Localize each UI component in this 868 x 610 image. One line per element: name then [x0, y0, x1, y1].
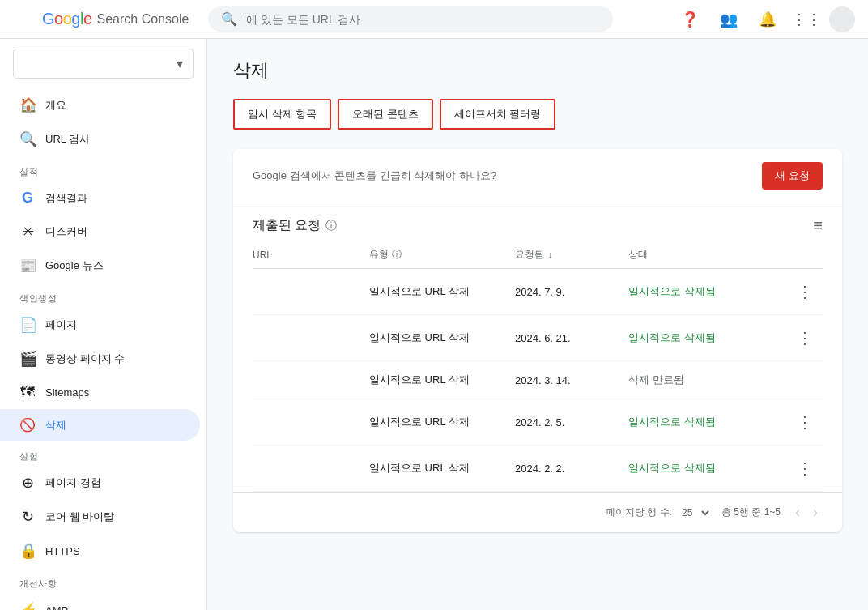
sidebar-item-label: 디스커버: [45, 224, 87, 239]
tab-outdated-content[interactable]: 오래된 콘텐츠: [338, 99, 433, 130]
pagination: 페이지당 행 수: 25 50 100 총 5행 중 1~5 ‹ ›: [233, 492, 842, 532]
cell-actions: ⋮: [790, 280, 823, 303]
top-header: Google Search Console 🔍 ❓ 👥 🔔 ⋮⋮: [0, 0, 868, 39]
cell-type: 일시적으로 URL 삭제: [369, 373, 515, 387]
console-text: Search Console: [97, 12, 189, 27]
sidebar-item-google-news[interactable]: 📰 Google 뉴스: [0, 249, 200, 283]
sidebar-item-label: HTTPS: [45, 545, 80, 557]
sidebar: ▾ 🏠 개요 🔍 URL 검사 실적 G 검색결과 ✳ 디스커버 📰 Googl…: [0, 39, 207, 610]
section-label-enhancements: 개선사항: [0, 568, 206, 593]
page-info: 총 5행 중 1~5: [721, 505, 781, 519]
sidebar-item-label: Sitemaps: [45, 386, 89, 399]
google-g-icon: G: [19, 190, 36, 207]
help-button[interactable]: ❓: [674, 3, 706, 36]
sidebar-item-amp[interactable]: ⚡ AMP: [0, 593, 200, 610]
col-header-actions: [790, 248, 823, 262]
next-page-button[interactable]: ›: [808, 502, 823, 523]
cell-status: 일시적으로 삭제됨: [628, 331, 790, 345]
more-actions-button[interactable]: ⋮: [790, 326, 819, 349]
filter-icon[interactable]: ≡: [813, 216, 823, 235]
tab-temp-removals[interactable]: 임시 삭제 항목: [233, 99, 331, 130]
sidebar-item-discover[interactable]: ✳ 디스커버: [0, 215, 200, 249]
logo-area: Google Search Console: [42, 10, 189, 28]
info-icon[interactable]: ⓘ: [326, 219, 337, 233]
cell-type: 일시적으로 URL 삭제: [369, 461, 515, 476]
news-icon: 📰: [19, 257, 36, 275]
col-header-url: URL: [253, 248, 369, 262]
lock-icon: 🔒: [19, 542, 36, 560]
cell-requested: 2024. 6. 21.: [515, 332, 628, 344]
cell-type: 일시적으로 URL 삭제: [369, 284, 515, 299]
content-card: Google 검색에서 콘텐츠를 긴급히 삭제해야 하나요? 새 요청 제출된 …: [233, 149, 842, 532]
cell-status: 삭제 만료됨: [628, 373, 790, 387]
col-header-status: 상태: [628, 248, 790, 262]
cell-status: 일시적으로 삭제됨: [628, 461, 790, 476]
table-row: 일시적으로 URL 삭제 2024. 2. 5. 일시적으로 삭제됨 ⋮: [253, 399, 823, 446]
card-top-text: Google 검색에서 콘텐츠를 긴급히 삭제해야 하나요?: [253, 168, 496, 183]
cell-requested: 2024. 3. 14.: [515, 374, 628, 386]
sidebar-item-sitemaps[interactable]: 🗺 Sitemaps: [0, 376, 200, 409]
sidebar-item-video-pages[interactable]: 🎬 동영상 페이지 수: [0, 342, 200, 376]
sidebar-item-url-inspect[interactable]: 🔍 URL 검사: [0, 122, 200, 156]
sidebar-item-label: 코어 웹 바이탈: [45, 510, 114, 524]
submitted-title: 제출된 요청 ⓘ: [253, 217, 337, 234]
table-container: URL 유형 ⓘ 요청됨 ↓ 상태: [233, 241, 842, 492]
cell-type: 일시적으로 URL 삭제: [369, 331, 515, 345]
sidebar-item-label: Google 뉴스: [45, 258, 104, 273]
sidebar-item-pages[interactable]: 📄 페이지: [0, 308, 200, 342]
sitemap-icon: 🗺: [19, 384, 36, 401]
menu-button[interactable]: [13, 10, 32, 29]
cell-status: 일시적으로 삭제됨: [628, 284, 790, 299]
col-type-info-icon[interactable]: ⓘ: [392, 248, 402, 262]
rows-per-page: 페이지당 행 수: 25 50 100: [606, 505, 712, 519]
sidebar-item-label: 개요: [45, 98, 66, 113]
submitted-header: 제출된 요청 ⓘ ≡: [233, 203, 842, 241]
amp-icon: ⚡: [19, 601, 36, 610]
rows-per-page-select[interactable]: 25 50 100: [679, 506, 712, 519]
new-request-button[interactable]: 새 요청: [762, 162, 823, 190]
cell-requested: 2024. 7. 9.: [515, 286, 628, 298]
col-type-label: 유형: [369, 248, 389, 262]
cell-type: 일시적으로 URL 삭제: [369, 415, 515, 429]
cell-actions: ⋮: [790, 326, 823, 349]
apps-button[interactable]: ⋮⋮: [790, 3, 823, 36]
cell-actions: ⋮: [790, 457, 823, 480]
layout: ▾ 🏠 개요 🔍 URL 검사 실적 G 검색결과 ✳ 디스커버 📰 Googl…: [0, 39, 868, 610]
experience-icon: ⊕: [19, 474, 36, 492]
header-actions: ❓ 👥 🔔 ⋮⋮: [674, 3, 855, 36]
col-requested-label: 요청됨: [515, 248, 544, 262]
cell-actions: ⋮: [790, 411, 823, 433]
avatar[interactable]: [829, 6, 855, 32]
removals-icon: 🚫: [19, 417, 36, 433]
page-icon: 📄: [19, 316, 36, 334]
chevron-down-icon: ▾: [177, 56, 183, 71]
tab-safesearch-filter[interactable]: 세이프서치 필터링: [440, 99, 556, 130]
sidebar-item-https[interactable]: 🔒 HTTPS: [0, 534, 200, 568]
col-url-label: URL: [253, 250, 272, 261]
property-selector[interactable]: ▾: [13, 49, 194, 79]
prev-page-button[interactable]: ‹: [790, 502, 805, 523]
google-logo: Google: [42, 10, 92, 28]
table-row: 일시적으로 URL 삭제 2024. 6. 21. 일시적으로 삭제됨 ⋮: [253, 315, 823, 361]
more-actions-button[interactable]: ⋮: [790, 457, 819, 480]
home-icon: 🏠: [19, 96, 36, 114]
accounts-button[interactable]: 👥: [713, 3, 745, 36]
sidebar-item-search-results[interactable]: G 검색결과: [0, 181, 200, 215]
sidebar-item-label: 검색결과: [45, 191, 87, 206]
col-header-requested[interactable]: 요청됨 ↓: [515, 248, 628, 262]
search-input[interactable]: [244, 13, 600, 26]
tabs-row: 임시 삭제 항목 오래된 콘텐츠 세이프서치 필터링: [233, 99, 842, 130]
section-label-indexing: 색인생성: [0, 283, 206, 308]
notifications-button[interactable]: 🔔: [751, 3, 784, 36]
sidebar-item-label: 삭제: [45, 418, 66, 433]
col-header-type: 유형 ⓘ: [369, 248, 515, 262]
sidebar-item-core-web-vitals[interactable]: ↻ 코어 웹 바이탈: [0, 500, 200, 534]
sidebar-item-label: 동영상 페이지 수: [45, 352, 125, 366]
more-actions-button[interactable]: ⋮: [790, 280, 819, 303]
sidebar-item-label: 페이지 경험: [45, 476, 101, 490]
sidebar-item-removals[interactable]: 🚫 삭제: [0, 409, 200, 441]
submitted-title-text: 제출된 요청: [253, 217, 321, 234]
sidebar-item-page-experience[interactable]: ⊕ 페이지 경험: [0, 466, 200, 500]
more-actions-button[interactable]: ⋮: [790, 411, 819, 433]
sidebar-item-overview[interactable]: 🏠 개요: [0, 88, 200, 122]
